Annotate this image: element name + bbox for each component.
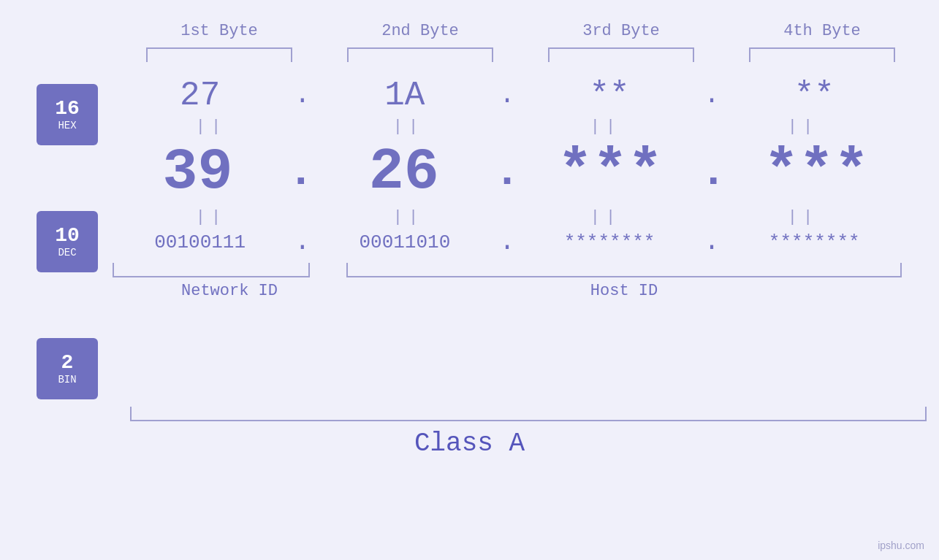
hex-val-3: **: [529, 77, 690, 115]
base-badges: 16 HEX 10 DEC 2 BIN: [37, 84, 98, 399]
full-width-bracket: [130, 407, 927, 421]
hex-row: 27 . 1A . ** . **: [113, 77, 902, 115]
id-labels-row: Network ID Host ID: [113, 282, 902, 300]
eq2-1: ||: [131, 208, 292, 226]
dec-dot-1: .: [288, 150, 314, 194]
bin-val-4: ********: [734, 231, 894, 253]
dec-dot-3: .: [700, 150, 726, 194]
byte-label-4: 4th Byte: [742, 22, 902, 40]
hex-val-1: 27: [120, 77, 281, 115]
bin-badge-label: BIN: [58, 374, 76, 386]
bracket-2: [347, 47, 493, 62]
bin-badge-number: 2: [61, 352, 74, 375]
dec-val-3: ***: [530, 139, 691, 205]
bin-dot-2: .: [499, 229, 515, 256]
network-id-label: Network ID: [113, 282, 346, 300]
bin-dot-3: .: [704, 229, 720, 256]
rows-inner: 27 . 1A . ** . ** || || || || 39: [113, 77, 939, 300]
dec-val-4: ***: [736, 139, 897, 205]
hex-dot-2: .: [499, 83, 515, 109]
eq1-3: ||: [525, 118, 686, 136]
byte-label-2: 2nd Byte: [340, 22, 501, 40]
bracket-1: [146, 47, 292, 62]
dec-badge-number: 10: [55, 225, 80, 248]
byte-label-3: 3rd Byte: [541, 22, 702, 40]
host-id-label: Host ID: [346, 282, 902, 300]
dec-badge: 10 DEC: [37, 211, 98, 272]
dec-badge-label: DEC: [58, 247, 76, 258]
dec-row: 39 . 26 . *** . ***: [113, 139, 902, 205]
host-bracket: [346, 263, 902, 277]
dec-val-2: 26: [324, 139, 484, 205]
bin-dot-1: .: [294, 229, 311, 256]
main-container: 1st Byte 2nd Byte 3rd Byte 4th Byte 16 H…: [0, 0, 939, 560]
eq2-4: ||: [723, 208, 883, 226]
bin-row: 00100111 . 00011010 . ******** . *******…: [113, 229, 902, 256]
watermark: ipshu.com: [878, 540, 924, 551]
content-area: 16 HEX 10 DEC 2 BIN 27 . 1A . **: [0, 77, 939, 399]
hex-badge-label: HEX: [58, 120, 76, 131]
class-label: Class A: [414, 429, 525, 459]
byte-labels-row: 1st Byte 2nd Byte 3rd Byte 4th Byte: [119, 22, 923, 40]
bin-val-2: 00011010: [324, 231, 485, 253]
bin-val-1: 00100111: [120, 231, 281, 253]
equals-row-2: || || || ||: [113, 208, 902, 226]
bin-val-3: ********: [529, 231, 690, 253]
hex-val-2: 1A: [324, 77, 485, 115]
hex-badge-number: 16: [55, 98, 80, 120]
bottom-brackets-row: [113, 263, 902, 277]
network-bracket: [113, 263, 310, 277]
hex-val-4: **: [734, 77, 894, 115]
hex-dot-1: .: [294, 83, 311, 109]
eq1-1: ||: [131, 118, 292, 136]
top-bracket-row: [119, 47, 923, 62]
bin-badge: 2 BIN: [37, 338, 98, 399]
bracket-3: [548, 47, 694, 62]
equals-row-1: || || || ||: [113, 118, 902, 136]
rows-container: 27 . 1A . ** . ** || || || || 39: [113, 77, 939, 300]
eq2-2: ||: [328, 208, 489, 226]
eq1-2: ||: [328, 118, 489, 136]
byte-label-1: 1st Byte: [139, 22, 300, 40]
hex-badge: 16 HEX: [37, 84, 98, 145]
bracket-4: [749, 47, 895, 62]
hex-dot-3: .: [704, 83, 720, 109]
dec-val-1: 39: [118, 139, 278, 205]
eq1-4: ||: [723, 118, 883, 136]
dec-dot-2: .: [494, 150, 520, 194]
eq2-3: ||: [525, 208, 686, 226]
